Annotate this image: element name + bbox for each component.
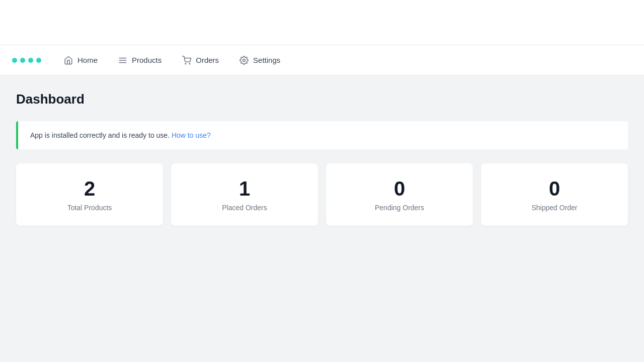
page-title: Dashboard [16, 92, 628, 107]
stat-number-pending-orders: 0 [394, 177, 405, 200]
stat-label-shipped-order: Shipped Order [531, 204, 577, 212]
stat-number-placed-orders: 1 [239, 177, 250, 200]
dot-1 [12, 58, 17, 63]
stat-card-total-products: 2 Total Products [16, 163, 163, 226]
nav-settings[interactable]: Settings [237, 52, 282, 68]
top-spacer [0, 0, 644, 45]
nav-orders[interactable]: Orders [180, 52, 221, 68]
stat-number-total-products: 2 [84, 177, 95, 200]
nav-home[interactable]: Home [61, 52, 100, 68]
navbar: Home Products Orders Se [0, 45, 644, 75]
banner-link[interactable]: How to use? [172, 131, 211, 139]
stat-label-placed-orders: Placed Orders [222, 204, 267, 212]
nav-products[interactable]: Products [116, 52, 164, 68]
stats-grid: 2 Total Products 1 Placed Orders 0 Pendi… [16, 163, 628, 226]
gear-icon [239, 55, 249, 65]
cart-icon [182, 55, 192, 65]
home-icon [63, 55, 73, 65]
dot-4 [36, 58, 41, 63]
main-content: Dashboard App is installed correctly and… [0, 75, 644, 362]
stat-card-shipped-order: 0 Shipped Order [481, 163, 628, 226]
banner-text: App is installed correctly and is ready … [30, 131, 170, 139]
stat-label-pending-orders: Pending Orders [375, 204, 424, 212]
nav-orders-label: Orders [196, 56, 219, 64]
nav-settings-label: Settings [253, 56, 280, 64]
info-banner: App is installed correctly and is ready … [16, 121, 628, 149]
dot-2 [20, 58, 25, 63]
stat-label-total-products: Total Products [67, 204, 112, 212]
stat-card-pending-orders: 0 Pending Orders [326, 163, 473, 226]
dot-3 [28, 58, 33, 63]
nav-products-label: Products [132, 56, 162, 64]
stat-number-shipped-order: 0 [549, 177, 560, 200]
list-icon [118, 55, 128, 65]
brand-dots [12, 58, 41, 63]
nav-home-label: Home [77, 56, 98, 64]
svg-point-4 [189, 63, 190, 64]
svg-point-5 [243, 59, 246, 61]
stat-card-placed-orders: 1 Placed Orders [171, 163, 318, 226]
svg-point-3 [185, 63, 186, 64]
